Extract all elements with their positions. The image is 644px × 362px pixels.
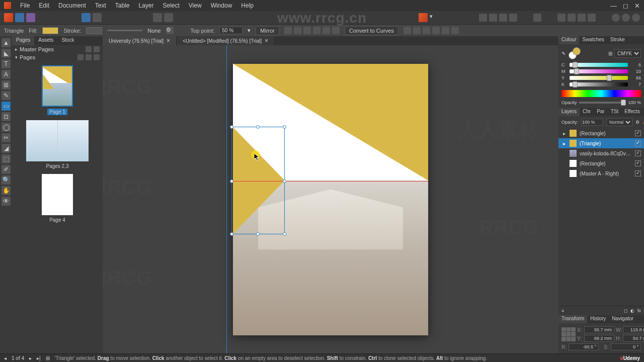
align-m-icon[interactable] (323, 27, 330, 34)
persona-designer-icon[interactable] (15, 13, 24, 22)
tab-par[interactable]: Par (594, 108, 608, 116)
anchor-picker[interactable] (561, 327, 576, 341)
align-icon[interactable] (533, 14, 541, 22)
prev-page-icon[interactable]: ◂ (4, 355, 7, 361)
visibility-toggle[interactable] (635, 130, 641, 136)
fill-swatch[interactable] (42, 27, 58, 34)
menu-edit[interactable]: Edit (39, 2, 49, 9)
viewport[interactable]: RRCG RRCG RRCG 人人素材 RRCG (103, 45, 558, 353)
menu-text[interactable]: Text (95, 2, 106, 9)
layer-item[interactable]: ▸(Rectangle) (558, 128, 644, 138)
layer-item[interactable]: (Master A - Right) (558, 168, 644, 178)
top-point-dropdown-icon[interactable]: ▾ (248, 27, 251, 34)
tab-close-icon[interactable]: × (265, 37, 268, 44)
shape-tool[interactable]: ▭ (2, 102, 11, 111)
eyedropper-icon[interactable]: ✎ (561, 51, 566, 56)
align-c-icon[interactable] (294, 27, 301, 34)
master-pages-section[interactable]: ▸ Master Pages (12, 45, 103, 53)
menu-help[interactable]: Help (241, 2, 254, 9)
mode-icon[interactable]: ⊞ (608, 51, 612, 56)
page-1-thumb[interactable] (42, 65, 73, 107)
menu-file[interactable]: File (20, 2, 30, 9)
layer-adj-icon[interactable]: ◐ (630, 308, 634, 313)
artistic-text-tool[interactable]: A (2, 70, 11, 79)
align-l-icon[interactable] (284, 27, 292, 34)
stroke-settings-icon[interactable]: ⚙ (166, 27, 174, 34)
menu-layer[interactable]: Layer (138, 2, 153, 9)
stroke-width-slider[interactable] (107, 30, 142, 31)
view-icon[interactable] (77, 54, 84, 60)
zoom-tool[interactable]: 🔍 (2, 175, 11, 185)
spread-icon[interactable]: ⊞ (46, 355, 50, 361)
tab-swatches[interactable]: Swatches (579, 36, 607, 44)
place-tool[interactable]: ◯ (2, 123, 11, 132)
page-canvas[interactable] (233, 64, 428, 335)
sub-op-icon[interactable] (622, 14, 630, 22)
layer-item[interactable]: (Rectangle) (558, 158, 644, 168)
tab-history[interactable]: History (587, 315, 609, 323)
dist-2-icon[interactable] (413, 27, 421, 34)
snap-dropdown-icon[interactable]: ▾ (430, 13, 433, 22)
arrange-front-icon[interactable] (509, 14, 517, 22)
spectrum-picker[interactable] (561, 90, 641, 97)
tab-transform[interactable]: Transform (558, 315, 587, 323)
align-r-icon[interactable] (303, 27, 311, 34)
vector-crop-tool[interactable]: ✂ (2, 133, 11, 142)
r-field[interactable]: -90.5 ° (569, 343, 599, 350)
menu-window[interactable]: Window (211, 2, 232, 9)
maximize-icon[interactable]: ◻ (623, 2, 628, 10)
menu-select[interactable]: Select (163, 2, 179, 9)
arrange-forward-icon[interactable] (499, 14, 507, 22)
layer-item[interactable]: vasily-koloda-8CqDvPuo_kI-... (558, 148, 644, 158)
tab-colour[interactable]: Colour (558, 36, 579, 44)
menu-document[interactable]: Document (58, 2, 86, 9)
s-field[interactable]: 0 ° (611, 343, 641, 350)
clip-icon[interactable] (164, 13, 173, 22)
flip-h-icon[interactable] (557, 14, 566, 22)
magenta-slider[interactable] (570, 69, 628, 73)
node-tool[interactable]: ◣ (2, 49, 11, 58)
dist-6-icon[interactable] (451, 27, 459, 34)
layer-fx-icon[interactable]: ≡ (561, 308, 564, 313)
colour-picker-tool[interactable]: ✐ (2, 165, 11, 174)
preflight-icon[interactable] (82, 13, 91, 22)
next-page-icon[interactable]: ▸ (29, 355, 32, 361)
h-field[interactable]: 54.7 mm (623, 335, 644, 342)
cyan-slider[interactable] (570, 63, 628, 67)
tab-stock[interactable]: Stock (57, 36, 78, 45)
menu-table[interactable]: Table (115, 2, 130, 9)
tab-layers[interactable]: Layers (558, 108, 580, 116)
close-icon[interactable]: ✕ (634, 2, 640, 10)
add-master-icon[interactable] (86, 46, 92, 52)
opacity-slider[interactable] (579, 102, 626, 104)
persona-photo-icon[interactable] (26, 13, 35, 22)
x-field[interactable]: 55.7 mm (584, 326, 614, 333)
preview-icon[interactable] (153, 13, 162, 22)
blend-mode-select[interactable]: Normal (606, 118, 632, 126)
fill-stroke-swatches[interactable] (569, 47, 581, 59)
flip-v-icon[interactable] (568, 14, 576, 22)
tab-tst[interactable]: TSt (608, 108, 622, 116)
visibility-toggle[interactable] (635, 170, 641, 176)
arrange-backward-icon[interactable] (489, 14, 497, 22)
stroke-swatch[interactable] (86, 27, 102, 34)
visibility-toggle[interactable] (635, 160, 641, 166)
snap-icon[interactable] (419, 13, 428, 22)
align-t-icon[interactable] (313, 27, 320, 34)
text-tool[interactable]: T (2, 59, 11, 68)
top-point-input[interactable] (219, 27, 243, 34)
layer-mask-icon[interactable]: ◻ (624, 308, 627, 313)
fill-tool[interactable]: ◢ (2, 144, 11, 153)
black-slider[interactable] (570, 82, 628, 86)
layer-settings-icon[interactable]: ⚙ (635, 120, 639, 125)
mirror-button[interactable]: Mirror (256, 26, 279, 35)
transparency-tool[interactable]: ⬚ (2, 154, 11, 163)
delete-page-icon[interactable] (94, 54, 100, 60)
colour-mode-select[interactable]: CMYK (614, 49, 641, 58)
dist-5-icon[interactable] (442, 27, 449, 34)
expand-icon[interactable]: ▸ (15, 47, 18, 52)
tab-close-icon[interactable]: × (167, 37, 170, 44)
move-tool[interactable]: ▲ (2, 38, 11, 47)
tab-pages[interactable]: Pages (12, 36, 34, 45)
tab-assets[interactable]: Assets (34, 36, 57, 45)
